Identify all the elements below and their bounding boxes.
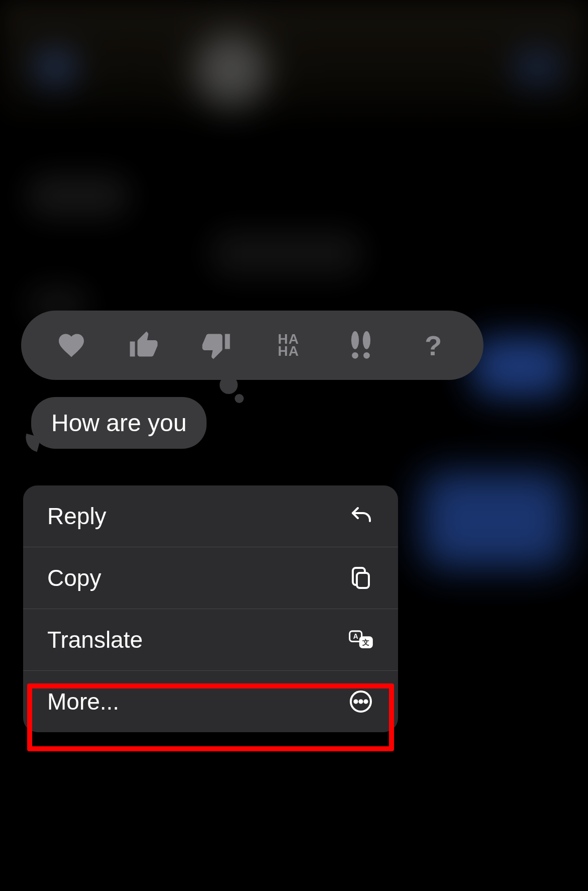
message-text: How are you <box>51 410 186 436</box>
menu-item-reply[interactable]: Reply <box>23 485 398 547</box>
tapback-reaction-bar: HAHA ? <box>21 311 483 380</box>
translate-icon: A 文 <box>348 627 374 653</box>
menu-item-copy[interactable]: Copy <box>23 547 398 609</box>
copy-icon <box>348 565 374 591</box>
tapback-exclaim[interactable] <box>342 327 380 364</box>
heart-icon <box>56 330 86 360</box>
svg-point-10 <box>354 700 357 703</box>
svg-rect-4 <box>357 573 369 588</box>
menu-label: Copy <box>47 564 101 591</box>
received-message-bubble[interactable]: How are you <box>31 397 207 449</box>
svg-point-2 <box>363 331 370 349</box>
reply-icon <box>348 503 374 529</box>
tapback-question[interactable]: ? <box>415 327 452 364</box>
menu-item-more[interactable]: More... <box>23 671 398 732</box>
menu-item-translate[interactable]: Translate A 文 <box>23 609 398 671</box>
bubble-tail <box>23 434 41 452</box>
thumbs-up-icon <box>129 330 159 360</box>
menu-label: More... <box>47 688 119 715</box>
thumbs-down-icon <box>201 330 231 360</box>
more-icon <box>348 688 374 715</box>
menu-label: Translate <box>47 626 143 653</box>
tapback-thumbs-up[interactable] <box>125 327 163 364</box>
svg-text:A: A <box>353 633 358 640</box>
question-icon: ? <box>425 329 442 362</box>
svg-point-11 <box>359 700 362 703</box>
tapback-thumbs-down[interactable] <box>198 327 235 364</box>
message-context-menu: Reply Copy Translate <box>23 485 398 732</box>
svg-point-1 <box>352 352 358 359</box>
tapback-tail <box>220 376 238 394</box>
exclaim-icon <box>348 331 374 359</box>
menu-label: Reply <box>47 503 107 530</box>
svg-point-0 <box>351 331 359 349</box>
tapback-heart[interactable] <box>53 327 90 364</box>
svg-point-12 <box>364 700 367 703</box>
svg-text:文: 文 <box>362 638 369 646</box>
haha-icon: HAHA <box>278 333 299 357</box>
tapback-haha[interactable]: HAHA <box>270 327 308 364</box>
svg-point-3 <box>363 352 370 359</box>
